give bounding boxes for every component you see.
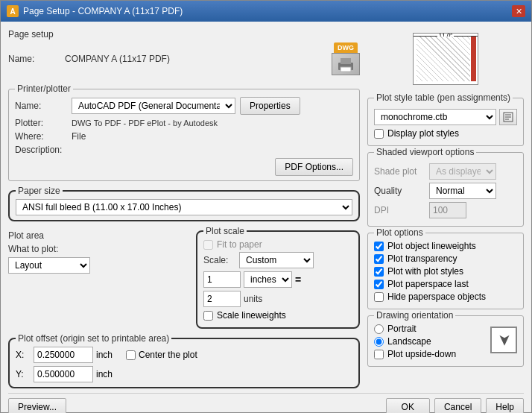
x-input[interactable] xyxy=(34,347,93,363)
fit-to-paper-checkbox[interactable] xyxy=(203,240,213,250)
drawing-orientation-label: Drawing orientation xyxy=(374,310,455,321)
scale-select[interactable]: Custom xyxy=(239,252,314,268)
x-unit: inch xyxy=(96,350,113,360)
portrait-radio[interactable] xyxy=(374,324,384,334)
orientation-icon: ➤ xyxy=(490,327,517,353)
orientation-arrow: ➤ xyxy=(495,335,512,346)
upside-down-label: Plot upside-down xyxy=(387,349,456,359)
y-unit: inch xyxy=(96,369,113,379)
scale-value2-input[interactable] xyxy=(203,291,241,307)
plot-paperspace-last-checkbox[interactable] xyxy=(374,280,384,289)
description-label: Description: xyxy=(15,145,67,155)
dpi-input[interactable] xyxy=(429,202,466,218)
svg-rect-1 xyxy=(341,58,351,64)
hide-paperspace-objects-label: Hide paperspace objects xyxy=(387,291,486,302)
quality-select[interactable]: Normal xyxy=(429,183,496,199)
shade-plot-select[interactable]: As displayed xyxy=(429,163,496,180)
paper-size-label: Paper size xyxy=(16,186,63,196)
window-title: Page Setup - COMPANY A (11x17 PDF) xyxy=(23,6,183,16)
close-button[interactable]: ✕ xyxy=(512,5,525,17)
edit-icon xyxy=(503,112,513,122)
app-icon: A xyxy=(7,5,19,17)
display-plot-styles-label: Display plot styles xyxy=(387,128,459,139)
plot-options-label: Plot options xyxy=(374,227,425,238)
quality-label: Quality xyxy=(374,186,425,196)
preview-button[interactable]: Preview... xyxy=(8,398,66,413)
y-input[interactable] xyxy=(34,366,93,382)
scale-equals: = xyxy=(295,274,301,286)
plot-offset-label: Plot offset (origin set to printable are… xyxy=(16,333,171,344)
plot-scale-label: Plot scale xyxy=(203,226,247,236)
printer-icon xyxy=(332,53,360,75)
help-button[interactable]: Help xyxy=(486,398,524,413)
plot-paperspace-last-label: Plot paperspace last xyxy=(387,279,469,289)
dwg-badge: DWG xyxy=(334,42,358,53)
page-setup-label: Page setup xyxy=(8,29,360,40)
what-to-plot-select[interactable]: Layout xyxy=(8,257,90,274)
y-label: Y: xyxy=(16,369,31,379)
ok-button[interactable]: OK xyxy=(386,398,430,413)
plot-style-table-label: Plot style table (pen assignments) xyxy=(374,92,513,103)
shaded-viewport-label: Shaded viewport options xyxy=(374,147,476,157)
plotter-value: DWG To PDF - PDF ePlot - by Autodesk xyxy=(72,119,218,127)
plot-with-plot-styles-label: Plot with plot styles xyxy=(387,266,463,277)
scale-unit2: units xyxy=(244,294,262,304)
landscape-radio[interactable] xyxy=(374,337,384,347)
where-value: File xyxy=(72,131,86,142)
scale-field-label: Scale: xyxy=(203,255,235,265)
plot-transparency-label: Plot transparency xyxy=(387,253,457,264)
plot-area-label: Plot area xyxy=(8,230,190,241)
x-label: X: xyxy=(16,350,31,360)
center-plot-checkbox[interactable] xyxy=(126,350,136,360)
scale-value1-input[interactable] xyxy=(203,271,241,288)
scale-unit1-select[interactable]: inches xyxy=(244,271,292,288)
plot-style-select[interactable]: monochrome.ctb xyxy=(374,109,496,125)
cancel-button[interactable]: Cancel xyxy=(434,398,481,413)
fit-to-paper-label: Fit to paper xyxy=(217,239,262,250)
hide-paperspace-objects-checkbox[interactable] xyxy=(374,292,384,302)
page-setup-name-value: COMPANY A (11x17 PDF) xyxy=(65,54,320,64)
scale-lineweights-label: Scale lineweights xyxy=(217,310,286,321)
plot-object-lineweights-label: Plot object lineweights xyxy=(387,241,476,251)
pdf-options-button[interactable]: PDF Options... xyxy=(275,158,353,176)
plotter-label: Plotter: xyxy=(15,118,67,128)
landscape-label: Landscape xyxy=(387,336,431,347)
title-bar: A Page Setup - COMPANY A (11x17 PDF) ✕ xyxy=(1,1,531,22)
printer-name-label: Name: xyxy=(15,101,67,111)
dpi-label: DPI xyxy=(374,205,425,215)
printer-svg xyxy=(337,57,355,72)
scale-lineweights-checkbox[interactable] xyxy=(203,311,213,321)
plot-style-table-button[interactable] xyxy=(499,109,517,125)
svg-rect-2 xyxy=(341,67,351,72)
where-label: Where: xyxy=(15,131,67,142)
upside-down-checkbox[interactable] xyxy=(374,350,384,359)
plot-object-lineweights-checkbox[interactable] xyxy=(374,242,384,251)
plot-transparency-checkbox[interactable] xyxy=(374,254,384,264)
paper-preview: 11.0″ 17.0″ xyxy=(408,29,483,89)
paper-size-select[interactable]: ANSI full bleed B (11.00 x 17.00 Inches) xyxy=(16,199,352,215)
printer-name-select[interactable]: AutoCAD PDF (General Documentation).p xyxy=(72,98,235,114)
display-plot-styles-checkbox[interactable] xyxy=(374,129,384,139)
what-to-plot-label: What to plot: xyxy=(8,244,68,254)
center-plot-label: Center the plot xyxy=(139,350,197,360)
portrait-label: Portrait xyxy=(387,324,417,334)
properties-button[interactable]: Properties xyxy=(240,97,300,115)
shade-plot-label: Shade plot xyxy=(374,166,425,177)
printer-section-label: Printer/plotter xyxy=(15,83,73,94)
name-label: Name: xyxy=(8,54,60,64)
plot-with-plot-styles-checkbox[interactable] xyxy=(374,267,384,277)
